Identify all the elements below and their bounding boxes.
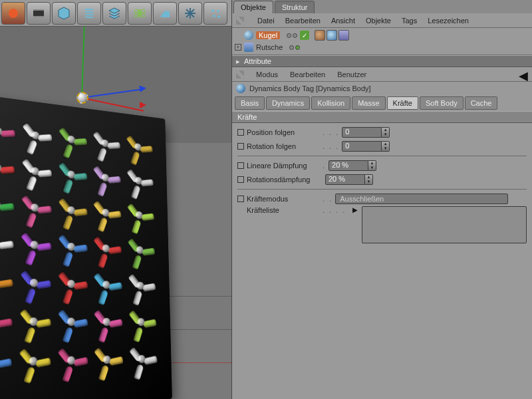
record-button[interactable]: [1, 2, 25, 25]
expand-icon[interactable]: +: [235, 44, 241, 51]
material-tag-icon[interactable]: [315, 30, 325, 41]
menu-benutzer[interactable]: Benutzer: [337, 70, 366, 78]
kugel-sphere[interactable]: [76, 92, 88, 104]
cube-button[interactable]: [52, 2, 76, 25]
spinner[interactable]: ▲▼: [368, 160, 376, 171]
kraeftemodus-dropdown[interactable]: Ausschließen: [335, 194, 508, 204]
menu-tags[interactable]: Tags: [402, 17, 417, 25]
drag-handle-icon[interactable]: [236, 17, 244, 25]
propeller: [126, 200, 153, 230]
spinner[interactable]: ▲▼: [382, 141, 390, 152]
input-value[interactable]: 0: [342, 127, 382, 138]
object-tree[interactable]: Kugel ✓ + Rutsche: [232, 28, 532, 55]
3d-viewport[interactable]: [0, 27, 231, 399]
row-position-folgen: Position folgen . . . 0 ▲▼: [237, 126, 527, 139]
propeller: [19, 229, 49, 261]
menu-modus[interactable]: Modus: [256, 70, 278, 78]
field-label: Rotation folgen: [247, 142, 323, 150]
coil-button[interactable]: [77, 2, 101, 25]
lineare-daempfung-input[interactable]: 20 % ▲▼: [329, 160, 376, 171]
property-tabs: BasisDynamicsKollisionMasseKräfteSoft Bo…: [232, 95, 532, 111]
drag-handle-icon[interactable]: [236, 70, 244, 78]
anim-checkbox[interactable]: [237, 162, 244, 169]
spinner[interactable]: ▲▼: [382, 127, 390, 138]
propeller: [57, 158, 85, 190]
svg-point-7: [211, 9, 214, 12]
expand-button[interactable]: [178, 2, 202, 25]
atom-button[interactable]: [128, 2, 152, 25]
subtab-kräfte[interactable]: Kräfte: [387, 96, 418, 110]
layer-dot[interactable]: [289, 45, 294, 50]
subtab-soft-body[interactable]: Soft Body: [420, 96, 464, 110]
stack-button[interactable]: [102, 2, 126, 25]
propeller: [128, 344, 156, 375]
propeller: [92, 344, 122, 376]
input-value[interactable]: 0: [342, 141, 382, 152]
attribute-panel-header[interactable]: ▸ Attribute: [232, 55, 532, 67]
attribute-menu: Modus Bearbeiten Benutzer ◀: [232, 67, 532, 82]
menu-ansicht[interactable]: Ansicht: [331, 17, 355, 25]
layer-dot[interactable]: [293, 33, 297, 38]
layer-dot[interactable]: [287, 33, 291, 38]
right-panel: Objekte Struktur Datei Bearbeiten Ansich…: [231, 0, 532, 399]
tag-title: Dynamics Body Tag [Dynamics Body]: [249, 84, 371, 92]
propeller: [18, 267, 49, 299]
position-folgen-input[interactable]: 0 ▲▼: [342, 127, 390, 138]
anim-checkbox[interactable]: [237, 176, 244, 183]
subtab-basis[interactable]: Basis: [235, 96, 265, 110]
tab-struktur[interactable]: Struktur: [275, 1, 315, 13]
field-label: Position folgen: [247, 128, 323, 136]
subtab-dynamics[interactable]: Dynamics: [266, 96, 310, 110]
propeller: [127, 307, 155, 337]
rotationsdaempfung-input[interactable]: 20 % ▲▼: [325, 174, 373, 185]
menu-objekte[interactable]: Objekte: [366, 17, 391, 25]
propeller: [92, 269, 121, 300]
tab-objekte[interactable]: Objekte: [233, 1, 273, 13]
menu-datei[interactable]: Datei: [257, 17, 275, 25]
input-value[interactable]: 20 %: [325, 174, 365, 185]
menu-bearbeiten[interactable]: Bearbeiten: [285, 17, 321, 25]
panel-title: Attribute: [244, 57, 528, 65]
propeller: [0, 226, 12, 259]
wedge-button[interactable]: [153, 2, 177, 25]
subtab-cache[interactable]: Cache: [465, 96, 498, 110]
propeller: [125, 132, 152, 162]
propeller: [0, 188, 13, 221]
tree-item-rutsche[interactable]: + Rutsche: [235, 41, 529, 53]
tree-label: Rutsche: [256, 43, 283, 51]
subtab-kollision[interactable]: Kollision: [311, 96, 350, 110]
anim-checkbox[interactable]: [237, 196, 244, 202]
anim-checkbox[interactable]: [237, 129, 244, 136]
menu-bearbeiten2[interactable]: Bearbeiten: [290, 70, 325, 78]
subtab-masse[interactable]: Masse: [352, 96, 385, 110]
rotation-folgen-input[interactable]: 0 ▲▼: [342, 141, 390, 152]
row-rotationsdaempfung: Rotationsdämpfung 20 % ▲▼: [237, 173, 527, 186]
kraefteliste-listbox[interactable]: [362, 206, 527, 243]
svg-point-8: [217, 10, 219, 13]
axis-z[interactable]: [82, 88, 144, 98]
anim-checkbox[interactable]: [237, 143, 244, 150]
propeller: [57, 124, 85, 156]
collapse-icon[interactable]: ▸: [236, 57, 240, 66]
list-arrow-icon[interactable]: ▶: [352, 206, 358, 213]
main-toolbar: [0, 0, 231, 27]
axis-y[interactable]: [81, 27, 87, 98]
layer-dot[interactable]: [295, 45, 300, 50]
tree-item-kugel[interactable]: Kugel ✓: [235, 29, 529, 41]
enabled-check-icon[interactable]: ✓: [300, 31, 309, 40]
row-rotation-folgen: Rotation folgen . . . 0 ▲▼: [237, 140, 527, 153]
propeller: [0, 114, 13, 148]
particles-button[interactable]: [203, 2, 227, 25]
film-button[interactable]: [27, 2, 51, 25]
propeller: [57, 231, 86, 263]
menu-lesezeichen[interactable]: Lesezeichen: [428, 17, 469, 25]
propeller: [0, 345, 10, 380]
dynamics-tag-icon[interactable]: [327, 30, 337, 41]
dynamics-body-icon: [236, 84, 245, 93]
object-manager-menu: Datei Bearbeiten Ansicht Objekte Tags Le…: [232, 13, 532, 28]
spinner[interactable]: ▲▼: [365, 174, 373, 185]
nav-back-icon[interactable]: ◀: [519, 68, 528, 83]
propeller: [0, 151, 13, 184]
input-value[interactable]: 20 %: [329, 160, 368, 171]
tag-icon[interactable]: [338, 30, 349, 41]
